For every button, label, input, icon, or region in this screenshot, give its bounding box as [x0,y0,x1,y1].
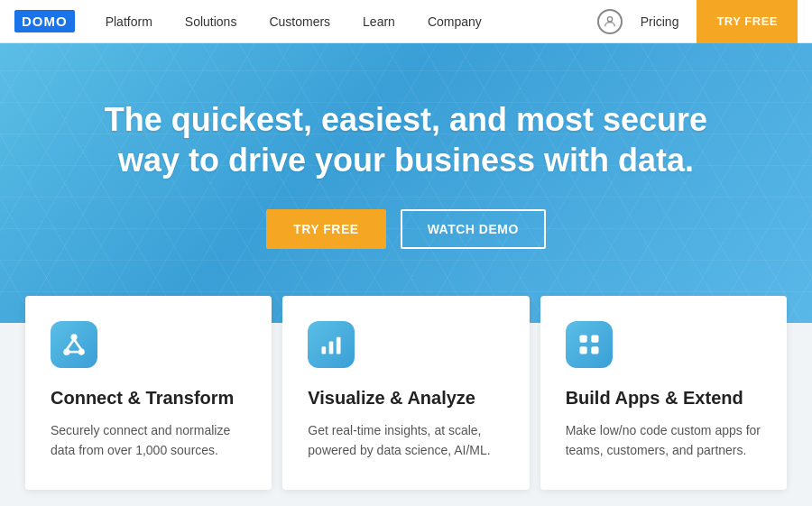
card-connect-title: Connect & Transform [51,386,246,409]
svg-point-1 [72,336,77,340]
hero-buttons: TRY FREE WATCH DEMO [266,209,546,249]
hero-title: The quickest, easiest, and most secure w… [81,99,731,180]
nav-learn[interactable]: Learn [346,0,411,43]
svg-point-2 [65,350,69,354]
chart-icon-bg [308,321,355,368]
hero-try-free-button[interactable]: TRY FREE [266,209,385,249]
svg-rect-8 [329,342,334,354]
cards-section: Connect & Transform Securely connect and… [0,323,812,506]
card-build-title: Build Apps & Extend [566,386,761,409]
svg-line-5 [74,339,81,350]
card-build: Build Apps & Extend Make low/no code cus… [540,296,787,490]
nav-right: Pricing TRY FREE [597,0,798,43]
svg-rect-11 [591,336,598,343]
svg-rect-10 [579,336,586,343]
svg-rect-7 [322,346,327,354]
navbar: DOMO Platform Solutions Customers Learn … [0,0,812,43]
card-visualize-title: Visualize & Analyze [308,386,503,409]
card-connect: Connect & Transform Securely connect and… [25,296,272,490]
svg-rect-12 [579,346,586,354]
nav-platform[interactable]: Platform [89,0,169,43]
svg-rect-9 [337,337,341,354]
svg-point-3 [79,350,84,354]
nav-company[interactable]: Company [411,0,498,43]
user-icon[interactable] [597,9,623,34]
try-free-nav-button[interactable]: TRY FREE [697,0,798,43]
hero-watch-demo-button[interactable]: WATCH DEMO [401,209,546,249]
hero-section: The quickest, easiest, and most secure w… [0,43,812,323]
card-visualize-desc: Get real-time insights, at scale, powere… [308,420,503,461]
nav-solutions[interactable]: Solutions [169,0,254,43]
svg-point-0 [607,16,612,21]
card-build-desc: Make low/no code custom apps for teams, … [566,420,761,461]
pricing-link[interactable]: Pricing [633,14,687,29]
connect-icon-bg [51,321,97,368]
svg-rect-13 [591,346,598,354]
nav-links: Platform Solutions Customers Learn Compa… [89,0,597,43]
nav-customers[interactable]: Customers [253,0,346,43]
card-connect-desc: Securely connect and normalize data from… [51,420,246,461]
logo[interactable]: DOMO [14,10,75,32]
grid-icon-bg [566,321,613,368]
card-visualize: Visualize & Analyze Get real-time insigh… [282,296,529,490]
grid-icon [577,332,602,357]
chart-icon [318,332,344,357]
logo-text: DOMO [14,10,75,32]
svg-line-4 [67,339,74,350]
connect-icon [61,332,87,357]
